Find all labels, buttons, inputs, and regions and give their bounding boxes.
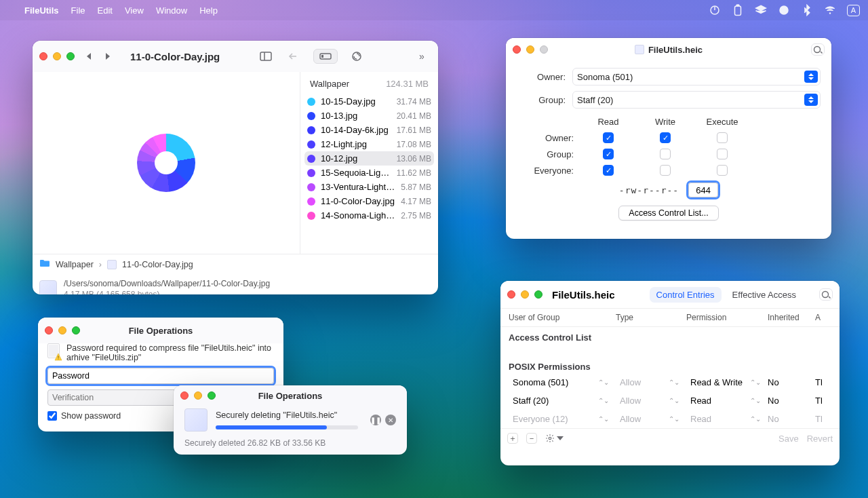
overflow-icon[interactable]: » xyxy=(412,49,431,64)
close-icon[interactable] xyxy=(45,326,53,334)
everyone-write-checkbox[interactable] xyxy=(660,165,671,176)
owner-read-checkbox[interactable]: ✓ xyxy=(603,132,614,143)
zoom-icon[interactable] xyxy=(208,391,216,400)
acl-button[interactable]: Access Control List... xyxy=(618,206,718,221)
close-icon[interactable] xyxy=(39,52,47,60)
owner-execute-checkbox[interactable] xyxy=(717,132,728,143)
file-name: 13-Ventura-Light.... xyxy=(321,182,395,192)
breadcrumb-folder[interactable]: Wallpaper xyxy=(56,260,94,269)
everyone-read-checkbox[interactable]: ✓ xyxy=(603,165,614,176)
tab-control-entries[interactable]: Control Entries xyxy=(650,287,722,303)
zoom-icon[interactable] xyxy=(534,290,542,299)
cancel-button[interactable]: ✕ xyxy=(385,415,396,425)
nav-forward-button[interactable] xyxy=(106,50,115,62)
inherited-cell: No xyxy=(768,396,812,406)
menu-help[interactable]: Help xyxy=(199,5,218,16)
save-button[interactable]: Save xyxy=(778,434,799,444)
group-write-checkbox[interactable] xyxy=(660,149,671,159)
window-title: 11-0-Color-Day.jpg xyxy=(130,51,220,62)
list-item[interactable]: 15-Sequoia-Ligh...11.62 MB xyxy=(300,166,438,180)
table-row[interactable]: Staff (20)⌃⌄Allow⌃⌄Read⌃⌄NoTl xyxy=(500,391,840,410)
close-icon[interactable] xyxy=(507,290,515,299)
list-item[interactable]: 13-Ventura-Light....5.87 MB xyxy=(300,180,438,194)
status-bluetooth-icon[interactable] xyxy=(801,4,813,16)
minimize-icon[interactable] xyxy=(526,45,534,54)
table-row[interactable]: Everyone (12)⌃⌄Allow⌃⌄Read⌃⌄NoTl xyxy=(500,410,840,428)
principal-cell[interactable]: Everyone (12)⌃⌄ xyxy=(509,413,613,425)
owner-select[interactable]: Sonoma (501) xyxy=(572,68,821,85)
list-item[interactable]: 11-0-Color-Day.jpg4.17 MB xyxy=(300,194,438,208)
updown-icon xyxy=(804,94,818,106)
file-thumb-icon xyxy=(635,45,644,54)
remove-button[interactable]: － xyxy=(526,433,537,444)
zoom-icon[interactable] xyxy=(72,326,80,334)
file-thumb-icon xyxy=(107,260,117,269)
show-password-checkbox[interactable] xyxy=(47,411,57,421)
more-menu-icon[interactable] xyxy=(819,288,833,301)
col-type: Type xyxy=(616,313,684,322)
mode-octal-input[interactable] xyxy=(688,183,718,197)
group-select[interactable]: Staff (20) xyxy=(572,91,821,109)
menu-window[interactable]: Window xyxy=(156,5,187,16)
group-read-checkbox[interactable]: ✓ xyxy=(603,149,614,159)
menu-view[interactable]: View xyxy=(125,5,144,16)
principal-cell[interactable]: Staff (20)⌃⌄ xyxy=(509,394,613,407)
section-acl: Access Control List xyxy=(500,327,840,344)
permission-cell[interactable]: Read⌃⌄ xyxy=(686,394,765,407)
list-item[interactable]: 14-Sonoma-Light...2.75 MB xyxy=(300,208,438,223)
nav-back-button[interactable] xyxy=(87,50,96,62)
group-execute-checkbox[interactable] xyxy=(717,149,728,159)
file-bytes: 4.17 MB (4,165,658 bytes) xyxy=(64,289,270,294)
minimize-icon[interactable] xyxy=(58,326,66,334)
undo-icon[interactable] xyxy=(285,49,304,64)
type-cell[interactable]: Allow⌃⌄ xyxy=(616,413,684,425)
group-label: Group: xyxy=(517,95,566,105)
list-item[interactable]: 10-15-Day.jpg31.74 MB xyxy=(300,94,438,109)
status-input-source[interactable]: A xyxy=(847,5,860,16)
status-timemachine-icon[interactable] xyxy=(778,4,790,16)
file-name: 10-12.jpg xyxy=(321,153,391,164)
revert-button[interactable]: Revert xyxy=(807,434,833,444)
file-size: 2.75 MB xyxy=(401,211,431,221)
everyone-execute-checkbox[interactable] xyxy=(717,165,728,176)
minimize-icon[interactable] xyxy=(194,391,202,400)
type-cell[interactable]: Allow⌃⌄ xyxy=(616,376,684,389)
minimize-icon[interactable] xyxy=(521,290,529,299)
status-stack-icon[interactable] xyxy=(755,4,767,16)
add-button[interactable]: ＋ xyxy=(507,433,518,444)
window-acl: FileUtils.heic Control Entries Effective… xyxy=(500,281,840,465)
view-mode-icon[interactable] xyxy=(313,49,338,64)
status-power-icon[interactable] xyxy=(709,4,721,16)
status-battery-icon[interactable] xyxy=(732,4,744,16)
list-item[interactable]: 12-Light.jpg17.08 MB xyxy=(300,137,438,151)
toggle-sidebar-icon[interactable] xyxy=(256,49,275,64)
more-menu-icon[interactable] xyxy=(811,43,825,56)
permission-cell[interactable]: Read & Write⌃⌄ xyxy=(686,376,765,389)
close-icon[interactable] xyxy=(180,391,189,400)
sync-icon[interactable] xyxy=(347,49,366,64)
zoom-disabled-icon xyxy=(540,45,548,54)
list-item[interactable]: 10-14-Day-6k.jpg17.61 MB xyxy=(300,123,438,137)
table-row[interactable]: Sonoma (501)⌃⌄Allow⌃⌄Read & Write⌃⌄NoTl xyxy=(500,373,840,391)
status-wifi-icon[interactable] xyxy=(824,4,836,16)
pause-button[interactable]: ❚❚ xyxy=(370,415,381,425)
type-cell[interactable]: Allow⌃⌄ xyxy=(616,394,684,407)
tab-effective-access[interactable]: Effective Access xyxy=(726,287,803,303)
minimize-icon[interactable] xyxy=(53,52,61,60)
list-item[interactable]: 10-13.jpg20.41 MB xyxy=(300,109,438,123)
color-swatch-icon xyxy=(307,197,315,206)
svg-point-15 xyxy=(823,292,829,298)
principal-cell[interactable]: Sonoma (501)⌃⌄ xyxy=(509,376,613,389)
col-perm: Permission xyxy=(686,313,765,322)
password-input[interactable] xyxy=(47,368,274,384)
list-item[interactable]: 10-12.jpg13.06 MB xyxy=(304,151,434,166)
breadcrumb-file[interactable]: 11-0-Color-Day.jpg xyxy=(122,260,193,269)
permission-cell[interactable]: Read⌃⌄ xyxy=(686,413,765,425)
menu-file[interactable]: File xyxy=(71,5,85,16)
zoom-icon[interactable] xyxy=(66,52,75,60)
close-icon[interactable] xyxy=(513,45,521,54)
app-name[interactable]: FileUtils xyxy=(24,5,59,16)
owner-write-checkbox[interactable]: ✓ xyxy=(660,132,671,143)
menu-edit[interactable]: Edit xyxy=(98,5,113,16)
gear-menu-icon[interactable] xyxy=(545,434,564,443)
